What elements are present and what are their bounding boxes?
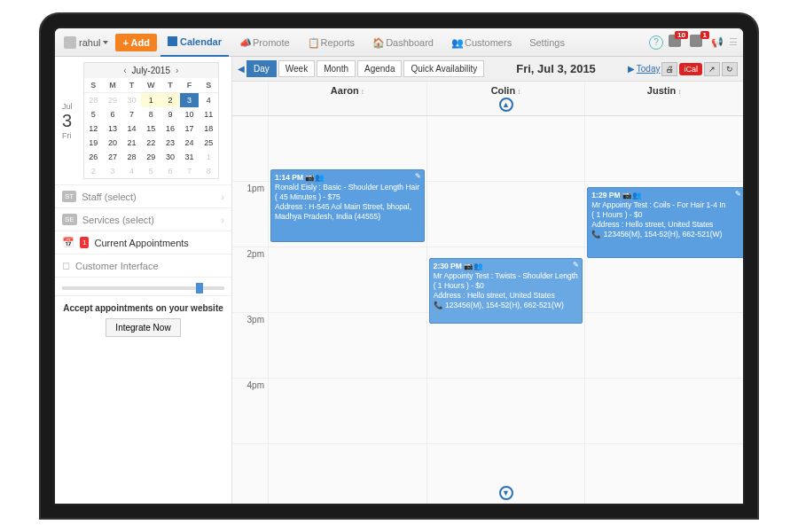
cal-day[interactable]: 13	[103, 121, 122, 136]
view-month[interactable]: Month	[317, 60, 356, 77]
cal-day[interactable]: 8	[141, 107, 160, 121]
day-col-justin[interactable]: ✎ 1:29 PM 📷👥 Mr Appointy Test : Coils - …	[584, 116, 743, 504]
today-link[interactable]: Today	[637, 64, 661, 74]
cal-day[interactable]: 23	[160, 136, 180, 150]
cal-day[interactable]: 4	[122, 164, 142, 178]
cal-day[interactable]: 14	[122, 121, 142, 136]
day-col-aaron[interactable]: ✎ 1:14 PM 📷👥 Ronald Eisly : Basic - Shou…	[268, 116, 426, 504]
view-quick[interactable]: Quick Availability	[403, 60, 484, 77]
nav-reports[interactable]: 📋 Reports	[301, 28, 363, 57]
cal-day[interactable]: 10	[180, 107, 200, 121]
cal-day[interactable]: 29	[141, 150, 160, 164]
cal-day[interactable]: 30	[160, 150, 180, 164]
view-day[interactable]: Day	[246, 60, 277, 77]
menu-icon[interactable]: ☰	[729, 36, 738, 48]
day-col-colin[interactable]: ✎ 2:30 PM 📷👥 Mr Appointy Test : Twists -…	[426, 116, 585, 504]
cal-day[interactable]: 6	[160, 164, 180, 178]
sidebar-customer-interface[interactable]: ◻ Customer Interface	[55, 254, 231, 277]
cal-day[interactable]: 5	[141, 164, 160, 178]
nav-promote[interactable]: 📣 Promote	[232, 28, 297, 57]
appointment-a3[interactable]: ✎ 1:29 PM 📷👥 Mr Appointy Test : Coils - …	[587, 187, 743, 258]
announce-icon[interactable]: 📢	[711, 36, 724, 48]
edit-icon[interactable]: ✎	[415, 172, 421, 181]
sidebar-label: Current Appointments	[94, 238, 188, 248]
cal-day[interactable]: 26	[84, 150, 104, 164]
user-avatar-icon	[64, 36, 76, 49]
cal-day[interactable]: 8	[199, 164, 218, 178]
cal-day[interactable]: 4	[199, 93, 218, 108]
cal-day[interactable]: 28	[84, 93, 104, 108]
view-week[interactable]: Week	[278, 60, 315, 77]
appt-badge: 1	[80, 237, 89, 248]
refresh-icon[interactable]: ↻	[722, 62, 738, 76]
calendar-toolbar: ◀ Day Week Month Agenda Quick Availabili…	[232, 57, 743, 82]
cal-day[interactable]: 17	[180, 121, 200, 136]
view-agenda[interactable]: Agenda	[357, 60, 402, 77]
cal-day[interactable]: 3	[180, 93, 200, 108]
dow-head: M	[103, 78, 122, 93]
cal-day[interactable]: 15	[141, 121, 160, 136]
cal-day[interactable]: 22	[141, 136, 160, 150]
nav-customers[interactable]: 👥 Customers	[444, 28, 519, 57]
scroll-down-icon[interactable]: ▼	[499, 486, 513, 500]
nav-dashboard[interactable]: 🏠 Dashboard	[365, 28, 441, 57]
help-icon[interactable]: ?	[649, 35, 663, 50]
print-icon[interactable]: 🖨	[661, 62, 677, 76]
cal-day[interactable]: 6	[103, 107, 122, 121]
reports-icon: 📋	[308, 37, 318, 48]
sidebar-current-appts[interactable]: 📅 1 Current Appointments	[55, 231, 231, 254]
time-label	[232, 116, 268, 182]
cal-day[interactable]: 1	[199, 150, 218, 164]
cal-day[interactable]: 3	[103, 164, 122, 178]
prev-day[interactable]: ◀	[238, 64, 245, 74]
nav-settings[interactable]: Settings	[522, 28, 572, 57]
dow-head: F	[180, 78, 200, 93]
cal-day[interactable]: 31	[180, 150, 200, 164]
cal-day[interactable]: 21	[122, 136, 142, 150]
edit-icon[interactable]: ✎	[735, 190, 741, 199]
cal-day[interactable]: 12	[84, 121, 104, 136]
cal-day[interactable]: 16	[160, 121, 180, 136]
cal-day[interactable]: 18	[199, 121, 218, 136]
slider-handle[interactable]	[196, 283, 203, 293]
sidebar-slider[interactable]	[55, 277, 231, 295]
cal-day[interactable]: 27	[103, 150, 122, 164]
cal-day[interactable]: 25	[199, 136, 218, 150]
cal-day[interactable]: 2	[84, 164, 104, 178]
cal-day[interactable]: 20	[103, 136, 122, 150]
scroll-up-icon[interactable]: ▲	[499, 98, 513, 112]
cal-day[interactable]: 19	[84, 136, 104, 150]
expand-icon[interactable]: ↗	[704, 62, 720, 76]
dow-head: T	[122, 78, 142, 93]
appointment-a2[interactable]: ✎ 2:30 PM 📷👥 Mr Appointy Test : Twists -…	[429, 258, 583, 324]
cal-day[interactable]: 2	[160, 93, 180, 108]
ical-button[interactable]: iCal	[679, 63, 702, 75]
prev-month[interactable]: ‹	[123, 66, 126, 75]
cal-day[interactable]: 7	[180, 164, 200, 178]
sidebar-staff[interactable]: ST Staff (select) ›	[55, 184, 231, 207]
notif-2[interactable]: 1	[690, 35, 706, 51]
cal-day[interactable]: 9	[160, 107, 180, 121]
add-button[interactable]: + Add	[115, 34, 156, 51]
next-day[interactable]: ▶	[628, 64, 635, 74]
nav-calendar[interactable]: Calendar	[160, 28, 229, 57]
cal-day[interactable]: 5	[84, 107, 104, 121]
sidebar-services[interactable]: SE Services (select) ›	[55, 207, 231, 231]
cal-day[interactable]: 24	[180, 136, 200, 150]
edit-icon[interactable]: ✎	[573, 261, 579, 270]
cal-day[interactable]: 7	[122, 107, 142, 121]
chevron-right-icon: ›	[221, 192, 224, 202]
cal-day[interactable]: 11	[199, 107, 218, 121]
nav-label: Settings	[529, 37, 565, 48]
sidebar-label: Services (select)	[82, 215, 154, 225]
notif-1[interactable]: 10	[669, 35, 685, 51]
appointment-a1[interactable]: ✎ 1:14 PM 📷👥 Ronald Eisly : Basic - Shou…	[270, 169, 425, 242]
user-menu[interactable]: rahul	[60, 36, 112, 49]
cal-day[interactable]: 28	[122, 150, 142, 164]
integrate-button[interactable]: Integrate Now	[106, 318, 180, 337]
cal-day[interactable]: 29	[103, 93, 122, 108]
cal-day[interactable]: 30	[122, 93, 142, 108]
next-month[interactable]: ›	[176, 66, 178, 75]
cal-day[interactable]: 1	[141, 93, 160, 108]
nav-label: Reports	[321, 37, 356, 48]
